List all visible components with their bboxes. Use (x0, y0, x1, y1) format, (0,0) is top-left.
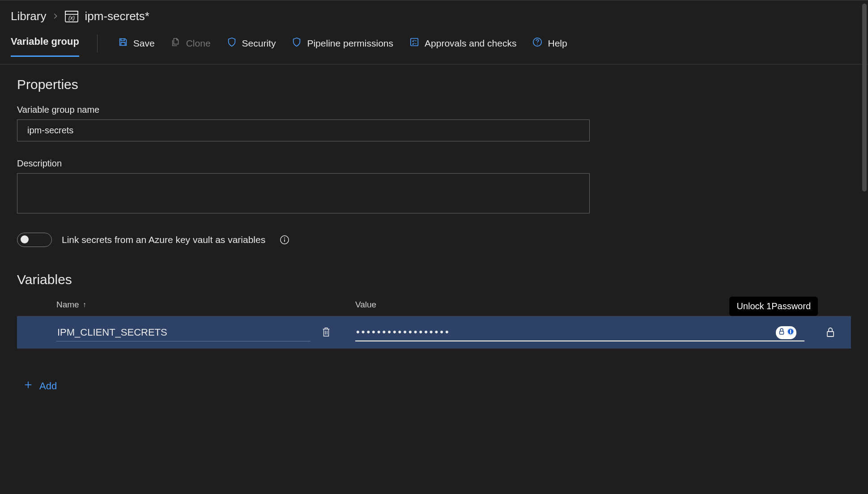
save-icon (118, 37, 128, 49)
variables-heading: Variables (17, 272, 851, 287)
description-input[interactable] (17, 173, 590, 213)
row-value-cell: Unlock 1Password (346, 316, 810, 349)
pipeline-permissions-button[interactable]: Pipeline permissions (284, 34, 401, 52)
help-label: Help (548, 38, 567, 49)
link-secrets-toggle[interactable] (17, 233, 52, 247)
variables-table: Name ↑ Value (17, 300, 851, 349)
clone-label: Clone (186, 38, 211, 49)
approvals-label: Approvals and checks (425, 38, 516, 49)
onepassword-icon (787, 328, 795, 338)
help-button[interactable]: Help (524, 34, 575, 52)
lock-icon (825, 332, 836, 339)
name-label: Variable group name (17, 105, 851, 115)
approvals-button[interactable]: Approvals and checks (401, 34, 524, 52)
add-label: Add (39, 380, 57, 392)
col-name-label: Name (56, 300, 79, 310)
breadcrumb-current-label: ipm-secrets* (85, 9, 149, 23)
svg-rect-14 (790, 329, 791, 333)
security-label: Security (242, 38, 276, 49)
col-name-header[interactable]: Name ↑ (17, 300, 346, 310)
onepassword-badge[interactable] (776, 326, 796, 339)
breadcrumb: Library (x) ipm-secrets* (0, 0, 868, 29)
svg-rect-15 (827, 332, 834, 336)
help-icon (532, 37, 542, 49)
checklist-icon (409, 37, 419, 49)
svg-rect-3 (411, 38, 418, 46)
toolbar: Variable group Save Clone Security (0, 29, 868, 64)
row-name-cell (17, 316, 346, 349)
onepassword-tooltip: Unlock 1Password (729, 297, 818, 316)
add-button[interactable]: Add (17, 377, 63, 395)
sort-up-icon: ↑ (83, 301, 86, 309)
name-input[interactable] (17, 119, 590, 141)
tab-variable-group[interactable]: Variable group (11, 36, 79, 57)
link-secrets-label: Link secrets from an Azure key vault as … (62, 234, 265, 245)
security-button[interactable]: Security (219, 34, 284, 52)
clone-button: Clone (163, 34, 219, 52)
col-value-label: Value (355, 300, 376, 309)
svg-point-9 (284, 238, 285, 238)
link-secrets-row: Link secrets from an Azure key vault as … (17, 233, 851, 247)
info-icon[interactable] (280, 235, 289, 245)
variables-header: Name ↑ Value (17, 300, 851, 316)
description-label: Description (17, 158, 851, 169)
variable-group-icon: (x) (65, 11, 78, 22)
svg-text:(x): (x) (68, 15, 75, 21)
delete-button[interactable] (319, 324, 334, 341)
trash-icon (321, 332, 331, 339)
content: Properties Variable group name Descripti… (0, 64, 868, 408)
breadcrumb-root[interactable]: Library (11, 9, 46, 23)
shield-icon (292, 37, 302, 49)
row-lock-cell (810, 316, 851, 349)
variable-value-input[interactable] (355, 324, 804, 341)
clone-icon (171, 37, 181, 49)
plus-icon (23, 380, 33, 392)
scrollbar[interactable] (862, 4, 867, 192)
save-label: Save (133, 38, 155, 49)
variable-name-input[interactable] (56, 324, 311, 341)
toggle-knob (21, 235, 29, 243)
properties-heading: Properties (17, 77, 851, 92)
lock-button[interactable] (821, 323, 839, 343)
pipeline-permissions-label: Pipeline permissions (307, 38, 393, 49)
breadcrumb-current: (x) ipm-secrets* (65, 9, 149, 23)
toolbar-divider (97, 34, 98, 52)
svg-rect-1 (65, 11, 78, 14)
chevron-right-icon (52, 11, 59, 21)
save-button[interactable]: Save (110, 34, 163, 52)
svg-point-7 (537, 44, 538, 45)
table-row: Unlock 1Password (17, 316, 851, 349)
shield-icon (227, 37, 237, 49)
lock-icon (778, 328, 786, 338)
svg-rect-11 (780, 331, 784, 334)
